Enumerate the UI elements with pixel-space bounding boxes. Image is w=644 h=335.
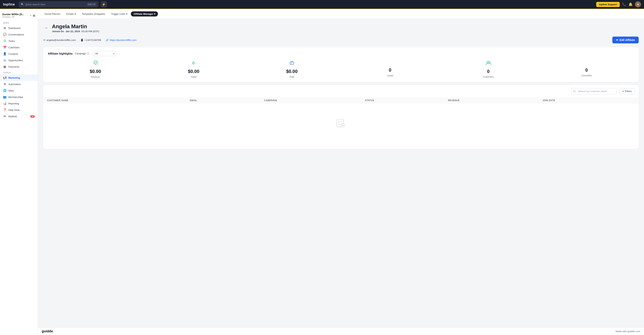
sidebar-item-sites[interactable]: 🌐 Sites <box>0 87 38 94</box>
sidebar-item-memberships[interactable]: 👥 Memberships <box>0 94 38 100</box>
sidebar-item-calendars[interactable]: 📅 Calendars <box>0 44 38 51</box>
sidebar-item-mailfold[interactable]: ✉ Mailfold 14 <box>0 113 38 120</box>
affiliate-phone: +13472156789 <box>84 39 101 41</box>
svg-rect-5 <box>290 62 294 64</box>
sidebar-item-label: Mailfold <box>8 115 17 118</box>
customers-table: Customer Name Email Campaign Status Reve… <box>43 97 639 146</box>
svg-point-9 <box>574 90 575 92</box>
sidebar-item-label: Conversations <box>8 33 24 36</box>
subnav-trigger-links[interactable]: Trigger Links ▾ <box>108 11 130 16</box>
sidebar-item-label: Sites <box>8 89 14 92</box>
guidde-logo: guidde. <box>42 329 54 333</box>
sidebar-item-label: Tasks <box>8 40 14 42</box>
subnav-label: Affiliate Manager <box>134 12 154 15</box>
campaign-select-wrapper[interactable]: All <box>92 51 116 56</box>
campaign-filter-label: Campaign ⓘ <box>75 52 89 55</box>
website-icon: 🔗 <box>106 39 109 41</box>
phone-contact: 📱 +13472156789 <box>80 39 101 41</box>
sidebar-item-contacts[interactable]: 👤 Contacts <box>0 51 38 57</box>
col-status: Status <box>361 98 444 103</box>
sites-icon: 🌐 <box>3 89 6 92</box>
filter-icon: ≡ <box>622 90 624 93</box>
subnav-label: Trigger Links <box>111 12 125 15</box>
sidebar-item-tasks[interactable]: ☑ Tasks <box>0 38 38 44</box>
customers-icon <box>485 60 491 67</box>
contacts-icon: 👤 <box>3 52 6 55</box>
phone-icon: 📱 <box>80 39 84 41</box>
revenue-icon: $ <box>92 60 98 67</box>
automation-icon: ⚙ <box>3 82 6 86</box>
campaign-select[interactable]: All <box>93 51 116 56</box>
customers-label: Customers <box>483 76 494 78</box>
workspace-location: Scranton, PA <box>2 16 28 18</box>
tasks-icon: ☑ <box>3 39 6 43</box>
col-email: Email <box>186 98 260 103</box>
subnav-social-planner[interactable]: Social Planner <box>42 11 63 16</box>
subnav-label: Emails <box>66 12 74 15</box>
reporting-icon: 📊 <box>3 102 6 105</box>
sidebar-item-reporting[interactable]: 📊 Reporting <box>0 100 38 107</box>
workspace-selector[interactable]: Dunder Mifflin [D... Scranton, PA ▾ ▣ <box>0 11 38 20</box>
conversations-icon: 💬 <box>3 33 6 36</box>
joined-label: Joined On <box>52 30 64 33</box>
owed-label: Owed <box>190 76 196 78</box>
search-shortcut: Ctrl + K <box>87 3 96 6</box>
chevron-down-icon: ▾ <box>154 12 155 15</box>
edit-icon: ✏ <box>616 38 618 41</box>
svg-point-3 <box>193 64 194 65</box>
sidebar-item-automation[interactable]: ⚙ Automation <box>0 81 38 87</box>
subnav-affiliate-manager[interactable]: Affiliate Manager ▾ <box>131 11 158 16</box>
sidebar-item-label: Memberships <box>8 96 23 98</box>
search-input[interactable] <box>571 88 617 94</box>
campaign-label-text: Campaign <box>75 52 86 55</box>
filters-button[interactable]: ≡ Filters <box>619 88 635 94</box>
highlights-header: Affiliate highlights Campaign ⓘ All <box>48 51 634 56</box>
sidebar-item-payments[interactable]: ▦ Payments <box>0 63 38 70</box>
guidde-tagline: Made with guidde.com <box>616 330 640 333</box>
subnav-templates[interactable]: Templates (Snippets) <box>79 11 108 16</box>
opportunities-icon: ◎ <box>3 58 6 62</box>
subnav-emails[interactable]: Emails ▾ <box>64 11 78 16</box>
sidebar-item-label: Contacts <box>8 52 18 55</box>
empty-icon <box>336 117 346 130</box>
cancelled-value: 0 <box>585 67 588 73</box>
sidebar-item-opportunities[interactable]: ◎ Opportunities <box>0 57 38 63</box>
email-icon: ✉ <box>43 39 45 41</box>
subnav-label: Social Planner <box>44 12 60 15</box>
sidebar-item-dashboard[interactable]: ⊞ Dashboard <box>0 25 38 31</box>
sidebar-item-label: Dashboard <box>8 27 20 29</box>
leads-label: Leads <box>387 74 393 77</box>
layout-icon[interactable]: ▣ <box>32 14 36 17</box>
svg-text:$: $ <box>291 63 292 64</box>
memberships-icon: 👥 <box>3 95 6 99</box>
sidebar-item-conversations[interactable]: 💬 Conversations <box>0 31 38 38</box>
phone-icon[interactable]: 📞 <box>622 2 626 6</box>
page-title: Angela Martin <box>52 23 639 29</box>
website-contact[interactable]: 🔗 https://dundermifflin.com <box>106 39 136 41</box>
owed-icon: $ <box>190 60 197 67</box>
edit-affiliate-button[interactable]: ✏ Edit Affiliate <box>612 36 639 43</box>
paid-icon: $ <box>289 60 295 67</box>
bell-icon[interactable]: 🔔 <box>628 2 632 6</box>
sidebar-item-label: Payments <box>8 65 19 68</box>
revenue-label: Revenue <box>91 76 100 78</box>
sidebar-item-helpdesk[interactable]: ❓ Help Desk <box>0 107 38 113</box>
page-header: ← Angela Martin Joined On Jan 22, 2024 0… <box>43 23 639 33</box>
support-button[interactable]: topline Support <box>596 2 620 7</box>
back-button[interactable]: ← <box>43 24 50 31</box>
search-wrapper[interactable] <box>571 88 617 94</box>
affiliate-website[interactable]: https://dundermifflin.com <box>110 39 136 41</box>
sidebar-item-label: Calendars <box>8 46 20 49</box>
stat-cancelled: 0 Cancelled <box>539 60 634 78</box>
user-avatar[interactable]: A <box>635 1 641 7</box>
global-search[interactable]: 🔍 Quick search here Ctrl + K <box>19 1 98 7</box>
calendars-icon: 📅 <box>3 46 6 49</box>
email-contact: ✉ angela@dundermifflin.com <box>43 39 76 41</box>
bolt-button[interactable]: ⚡ <box>101 1 107 7</box>
sidebar-item-marketing[interactable]: 📢 Marketing <box>0 74 38 81</box>
dashboard-icon: ⊞ <box>3 26 6 30</box>
sidebar-item-label: Automation <box>8 83 21 86</box>
app-logo: topline <box>3 2 15 6</box>
mailfold-icon: ✉ <box>3 115 6 118</box>
customers-value: 0 <box>487 69 490 74</box>
